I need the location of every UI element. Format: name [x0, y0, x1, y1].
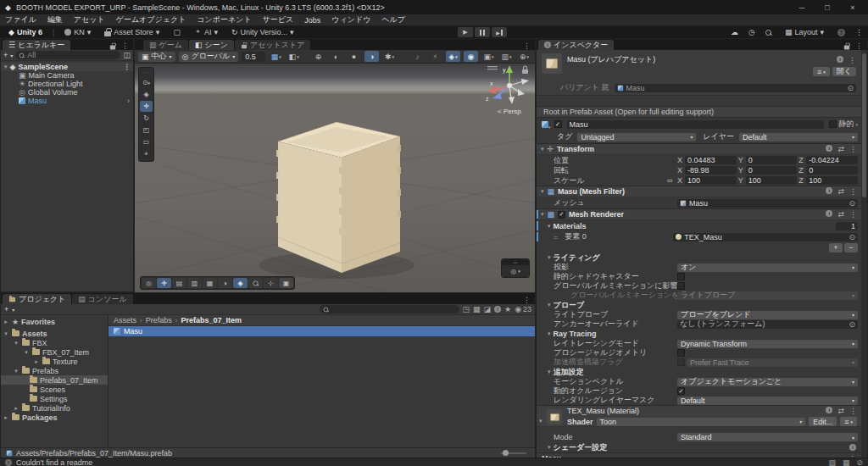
presets-icon[interactable] [837, 187, 844, 196]
projection-mode-label[interactable]: < Persp [498, 108, 521, 115]
help-icon[interactable]: i [826, 407, 832, 413]
tree-item-favorites[interactable]: Favorites [1, 317, 108, 326]
position-y-field[interactable]: 0 [746, 156, 798, 164]
object-picker-icon[interactable] [849, 199, 855, 208]
progress-check-icon[interactable] [856, 458, 863, 466]
project-search-input[interactable] [320, 305, 459, 313]
position-z-field[interactable]: -0.04224 [806, 156, 858, 164]
lighting-toggle[interactable] [347, 51, 361, 62]
tab-console[interactable]: コンソール [72, 294, 132, 304]
kebab-menu-icon[interactable] [849, 187, 857, 196]
lighting-overlay-button[interactable] [218, 278, 232, 288]
ai-dropdown[interactable]: AI [191, 27, 221, 37]
menu-help[interactable]: ヘルプ [381, 14, 405, 25]
gameobject-name-field[interactable]: Masu [567, 120, 825, 129]
asset-item-masu[interactable]: Masu [108, 326, 535, 336]
rotation-y-field[interactable]: 0 [746, 166, 798, 175]
tree-item-assets[interactable]: Assets [1, 329, 108, 338]
scale-tool-button[interactable] [140, 125, 153, 136]
help-icon[interactable]: i [826, 187, 832, 194]
transform-header[interactable]: Transform i [537, 143, 861, 155]
scene-visibility-toggle[interactable] [464, 51, 478, 62]
foldout-open-icon[interactable] [23, 349, 30, 356]
minimize-button[interactable] [792, 3, 812, 12]
scale-y-field[interactable]: 100 [746, 176, 798, 185]
search-by-type-icon[interactable] [463, 305, 470, 313]
object-picker-icon[interactable] [847, 84, 854, 92]
chevron-down-icon[interactable] [855, 122, 858, 127]
scrollbar-thumb[interactable] [862, 53, 866, 197]
hidden-items-counter[interactable]: 23 [515, 305, 531, 313]
tree-item-texture[interactable]: Texture [1, 357, 108, 366]
presets-icon[interactable] [837, 145, 844, 153]
cloud-icon[interactable] [731, 28, 738, 36]
tree-item-packages[interactable]: Packages [1, 413, 108, 422]
activity-icon[interactable] [828, 458, 836, 466]
layer-dropdown[interactable]: Default [739, 133, 858, 141]
help-icon[interactable]: ? [837, 29, 845, 36]
prefab-overrides-dropdown[interactable] [813, 67, 830, 76]
transform-tool-button[interactable] [140, 148, 153, 159]
light-probes-dropdown[interactable]: プローブをブレンド [677, 311, 858, 319]
tag-dropdown[interactable]: Untagged [577, 133, 696, 141]
anchor-override-field[interactable]: なし (トランスフォーム) [677, 320, 858, 329]
tab-scene[interactable]: シーン [189, 40, 234, 50]
layout-dropdown[interactable]: Layout [782, 27, 827, 37]
camera-dropdown[interactable] [481, 51, 496, 62]
hierarchy-item-directional-light[interactable]: Directional Light [1, 80, 133, 88]
materials-count-field[interactable]: 1 [836, 222, 858, 230]
hierarchy-item-masu[interactable]: Masu [1, 97, 133, 105]
kebab-menu-icon[interactable] [849, 56, 856, 64]
menu-services[interactable]: サービス [263, 14, 294, 25]
create-asset-button[interactable] [4, 305, 8, 313]
tree-item-tutorialinfo[interactable]: TutorialInfo [1, 403, 108, 413]
hierarchy-item-main-camera[interactable]: Main Camera [1, 71, 133, 80]
label-filter-icon[interactable] [484, 305, 492, 313]
effects-dropdown[interactable] [382, 51, 397, 62]
play-button[interactable] [458, 27, 473, 37]
shader-settings-header[interactable]: シェーダー設定 i [537, 442, 861, 452]
active-checkbox[interactable] [554, 120, 562, 128]
mesh-renderer-header[interactable]: Mesh Renderer i [537, 208, 861, 220]
inspector-scrollbar[interactable] [861, 50, 867, 458]
foldout-open-icon[interactable] [539, 418, 542, 424]
rotation-x-field[interactable]: -89.98 [685, 166, 737, 175]
lock-icon[interactable] [110, 45, 115, 49]
foldout-open-icon[interactable] [541, 211, 544, 218]
shader-dropdown[interactable]: Toon [597, 418, 806, 426]
procedural-geometry-checkbox[interactable] [677, 349, 685, 357]
component-enabled-checkbox[interactable] [558, 211, 565, 219]
rotate-tool-button[interactable] [140, 113, 153, 124]
hierarchy-item-scene[interactable]: SampleScene [1, 63, 133, 71]
pause-button[interactable] [475, 27, 490, 37]
edit-shader-button[interactable]: Edit... [809, 417, 837, 426]
materials-row[interactable]: Materials 1 [537, 220, 861, 231]
kebab-menu-icon[interactable] [123, 63, 133, 71]
kebab-menu-icon[interactable] [855, 28, 863, 36]
masu-box-mesh[interactable] [276, 122, 401, 273]
gizmos-dropdown[interactable] [517, 51, 531, 62]
view-tool-button[interactable] [140, 89, 153, 100]
tree-item-scenes[interactable]: Scenes [1, 385, 108, 394]
foldout-closed-icon[interactable] [13, 405, 19, 412]
foldout-open-icon[interactable] [13, 340, 19, 347]
breadcrumb-assets[interactable]: Assets [114, 316, 136, 325]
tab-asset-store[interactable]: アセットストア [235, 40, 310, 50]
camera-overlay-button[interactable] [279, 278, 293, 288]
snap-dropdown[interactable] [287, 51, 301, 62]
link-scale-icon[interactable] [667, 176, 677, 185]
foldout-open-icon[interactable] [3, 330, 9, 337]
foldout-closed-icon[interactable] [3, 319, 9, 325]
chevron-down-icon[interactable] [12, 307, 14, 313]
foldout-open-icon[interactable] [541, 146, 544, 153]
kebab-menu-icon[interactable] [855, 42, 863, 50]
orientation-gizmo[interactable]: y x z < Persp [486, 65, 529, 115]
grid-visibility-dropdown[interactable] [269, 51, 283, 62]
object-picker-icon[interactable] [849, 320, 855, 329]
package-filter-icon[interactable] [473, 305, 481, 313]
open-prefab-button[interactable]: 開く [832, 67, 856, 76]
info-icon[interactable]: ! [494, 306, 501, 313]
foldout-open-icon[interactable] [13, 368, 19, 374]
axis-overlay-button[interactable] [264, 278, 278, 288]
version-control-dropdown[interactable]: Unity Versio... [228, 27, 298, 37]
